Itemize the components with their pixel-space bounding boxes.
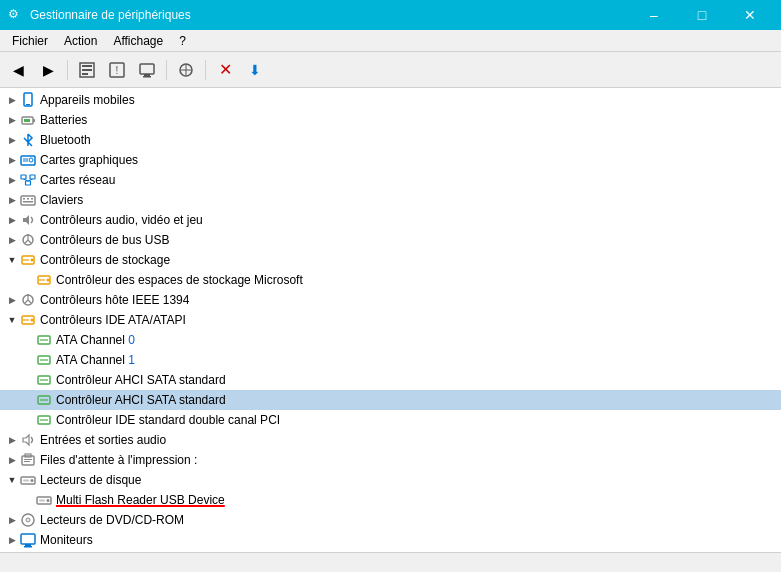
label-ahci1: Contrôleur AHCI SATA standard	[56, 373, 226, 387]
label-lecteurs-dvd: Lecteurs de DVD/CD-ROM	[40, 513, 184, 527]
tree-item-ctrl-stockage[interactable]: ▼ Contrôleurs de stockage	[0, 250, 781, 270]
tree-item-ctrl-ide[interactable]: ▼ Contrôleurs IDE ATA/ATAPI	[0, 310, 781, 330]
expander-entrees: ▶	[4, 432, 20, 448]
menu-action[interactable]: Action	[56, 32, 105, 50]
label-claviers: Claviers	[40, 193, 83, 207]
toolbar-btn3[interactable]	[133, 56, 161, 84]
icon-ctrl-ieee	[20, 292, 36, 308]
expander-cartes-graph: ▶	[4, 152, 20, 168]
tree-item-lecteurs-disque[interactable]: ▼ Lecteurs de disque	[0, 470, 781, 490]
main-area: ▶ Appareils mobiles ▶ Batteries ▶ Blueto…	[0, 88, 781, 552]
tree-item-ahci2[interactable]: Contrôleur AHCI SATA standard	[0, 390, 781, 410]
svg-point-17	[29, 158, 33, 162]
icon-ata1	[36, 352, 52, 368]
expander-ctrl-ide: ▼	[4, 312, 20, 328]
svg-rect-13	[33, 119, 35, 122]
toolbar-btn4[interactable]	[172, 56, 200, 84]
icon-claviers	[20, 192, 36, 208]
tree-item-ata1[interactable]: ATA Channel 1	[0, 350, 781, 370]
properties-icon	[78, 61, 96, 79]
svg-rect-1	[82, 65, 92, 67]
svg-rect-35	[39, 279, 45, 281]
toolbar-btn2[interactable]: !	[103, 56, 131, 84]
menu-help[interactable]: ?	[171, 32, 194, 50]
tree-item-cartes-graph[interactable]: ▶ Cartes graphiques	[0, 150, 781, 170]
svg-rect-25	[27, 198, 29, 200]
tree-item-cartes-res[interactable]: ▶ Cartes réseau	[0, 170, 781, 190]
svg-rect-24	[23, 198, 25, 200]
svg-point-31	[31, 259, 34, 262]
tree-item-appareils[interactable]: ▶ Appareils mobiles	[0, 90, 781, 110]
tree-item-ctrl-ieee[interactable]: ▶ Contrôleurs hôte IEEE 1394	[0, 290, 781, 310]
icon-batteries	[20, 112, 36, 128]
tree-item-multiflash[interactable]: Multi Flash Reader USB Device	[0, 490, 781, 510]
minimize-button[interactable]: –	[631, 0, 677, 30]
svg-rect-3	[82, 73, 88, 75]
svg-rect-19	[30, 175, 35, 179]
label-ctrl-ide: Contrôleurs IDE ATA/ATAPI	[40, 313, 186, 327]
expander-ahci1	[20, 372, 36, 388]
title-bar-controls: – □ ✕	[631, 0, 773, 30]
svg-rect-26	[31, 198, 33, 200]
toolbar-back[interactable]: ◀	[4, 56, 32, 84]
svg-rect-64	[21, 534, 35, 544]
label-ctrl-stockage-ms: Contrôleur des espaces de stockage Micro…	[56, 273, 303, 287]
icon-ahci2	[36, 392, 52, 408]
label-batteries: Batteries	[40, 113, 87, 127]
expander-cartes-res: ▶	[4, 172, 20, 188]
tree-view[interactable]: ▶ Appareils mobiles ▶ Batteries ▶ Blueto…	[0, 88, 781, 552]
menu-affichage[interactable]: Affichage	[105, 32, 171, 50]
tree-item-ata0[interactable]: ATA Channel 0	[0, 330, 781, 350]
tree-item-ahci1[interactable]: Contrôleur AHCI SATA standard	[0, 370, 781, 390]
scan-icon	[177, 61, 195, 79]
svg-point-34	[47, 279, 50, 282]
icon-ata0	[36, 332, 52, 348]
svg-rect-14	[24, 119, 30, 122]
svg-rect-48	[40, 399, 48, 401]
icon-ide-std	[36, 412, 52, 428]
label-ata0: ATA Channel 0	[56, 333, 135, 347]
svg-rect-50	[40, 419, 48, 421]
label-ahci2: Contrôleur AHCI SATA standard	[56, 393, 226, 407]
expander-ctrl-bus: ▶	[4, 232, 20, 248]
svg-rect-6	[140, 64, 154, 74]
tree-item-batteries[interactable]: ▶ Batteries	[0, 110, 781, 130]
toolbar-uninstall[interactable]: ✕	[211, 56, 239, 84]
expander-batteries: ▶	[4, 112, 20, 128]
svg-rect-42	[40, 339, 48, 341]
tree-item-ctrl-stockage-ms[interactable]: Contrôleur des espaces de stockage Micro…	[0, 270, 781, 290]
icon-ahci1	[36, 372, 52, 388]
expander-ata0	[20, 332, 36, 348]
expander-files: ▶	[4, 452, 20, 468]
tree-item-lecteurs-dvd[interactable]: ▶ Lecteurs de DVD/CD-ROM	[0, 510, 781, 530]
toolbar-download[interactable]: ⬇	[241, 56, 269, 84]
expander-ctrl-stockage-ms	[20, 272, 36, 288]
svg-rect-16	[23, 158, 28, 162]
svg-rect-60	[39, 500, 45, 502]
tree-item-claviers[interactable]: ▶ Claviers	[0, 190, 781, 210]
label-ctrl-stockage: Contrôleurs de stockage	[40, 253, 170, 267]
toolbar-btn1[interactable]	[73, 56, 101, 84]
tree-item-ctrl-bus[interactable]: ▶ Contrôleurs de bus USB	[0, 230, 781, 250]
close-button[interactable]: ✕	[727, 0, 773, 30]
toolbar-forward[interactable]: ▶	[34, 56, 62, 84]
tree-item-ide-std[interactable]: Contrôleur IDE standard double canal PCI	[0, 410, 781, 430]
label-multiflash: Multi Flash Reader USB Device	[56, 493, 225, 507]
icon-files	[20, 452, 36, 468]
label-entrees: Entrées et sorties audio	[40, 433, 166, 447]
tree-item-entrees[interactable]: ▶ Entrées et sorties audio	[0, 430, 781, 450]
svg-point-59	[47, 499, 50, 502]
icon-bluetooth	[20, 132, 36, 148]
menu-fichier[interactable]: Fichier	[4, 32, 56, 50]
tree-item-bluetooth[interactable]: ▶ Bluetooth	[0, 130, 781, 150]
tree-item-ordinateur[interactable]: ▶ Ordinateur	[0, 550, 781, 552]
svg-point-29	[27, 234, 29, 236]
app-icon: ⚙	[8, 7, 24, 23]
tree-item-files[interactable]: ▶ Files d'attente à l'impression :	[0, 450, 781, 470]
expander-claviers: ▶	[4, 192, 20, 208]
svg-rect-65	[25, 544, 31, 546]
maximize-button[interactable]: □	[679, 0, 725, 30]
tree-item-moniteurs[interactable]: ▶ Moniteurs	[0, 530, 781, 550]
svg-rect-11	[26, 104, 30, 105]
tree-item-ctrl-audio[interactable]: ▶ Contrôleurs audio, vidéo et jeu	[0, 210, 781, 230]
